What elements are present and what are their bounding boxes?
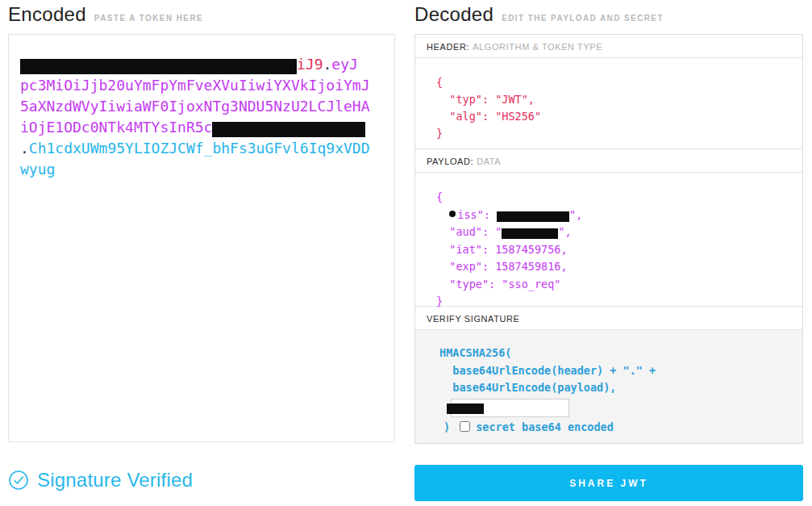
verify-label: VERIFY SIGNATURE — [427, 314, 520, 324]
redaction-bar — [20, 59, 297, 74]
decoded-subtitle: EDIT THE PAYLOAD AND SECRET — [502, 14, 664, 23]
decoded-title: Decoded — [414, 3, 493, 26]
payload-json-editor[interactable]: { iss": ", "aud": "", "iat": 1587459756,… — [415, 173, 802, 307]
signature-formula-close: ) secret base64 encoded — [443, 420, 794, 433]
encoded-title-row: Encoded PASTE A TOKEN HERE — [8, 0, 395, 34]
redaction-bar — [497, 211, 569, 222]
closing-paren: ) — [443, 420, 450, 433]
verify-section-label: VERIFY SIGNATURE — [415, 307, 802, 330]
encoded-column: Encoded PASTE A TOKEN HERE iJ9.eyJpc3MiO… — [8, 0, 395, 501]
redaction-bar — [502, 228, 558, 239]
signature-status: Signature Verified — [8, 469, 395, 491]
jwt-debugger: Encoded PASTE A TOKEN HERE iJ9.eyJpc3MiO… — [0, 0, 812, 501]
encoded-title: Encoded — [8, 3, 86, 26]
signature-status-text: Signature Verified — [37, 469, 193, 491]
check-circle-icon — [8, 470, 29, 491]
payload-sublabel: DATA — [477, 157, 501, 166]
redaction-bar — [447, 404, 484, 414]
header-label: HEADER: — [427, 42, 469, 52]
decoded-panel: HEADER:ALGORITHM & TOKEN TYPE { "typ": "… — [414, 34, 803, 444]
encoded-token-editor[interactable]: iJ9.eyJpc3MiOiJjb20uYmFpYmFveXVuIiwiYXVk… — [8, 34, 395, 442]
signature-formula: HMACSHA256( base64UrlEncode(header) + ".… — [439, 345, 794, 397]
secret-base64-label[interactable]: secret base64 encoded — [476, 420, 614, 433]
payload-label: PAYLOAD: — [427, 157, 473, 166]
secret-input[interactable] — [451, 399, 569, 417]
verify-signature-area: HMACSHA256( base64UrlEncode(header) + ".… — [415, 330, 802, 443]
redaction-bar — [212, 122, 365, 137]
secret-base64-checkbox[interactable] — [460, 421, 470, 432]
redaction-dot — [449, 211, 456, 217]
decoded-title-row: Decoded EDIT THE PAYLOAD AND SECRET — [414, 0, 803, 34]
share-jwt-button[interactable]: SHARE JWT — [414, 465, 803, 501]
encoded-subtitle: PASTE A TOKEN HERE — [94, 14, 203, 23]
header-section-label: HEADER:ALGORITHM & TOKEN TYPE — [415, 35, 802, 58]
header-sublabel: ALGORITHM & TOKEN TYPE — [473, 42, 602, 52]
payload-section-label: PAYLOAD:DATA — [415, 149, 802, 173]
header-json-editor[interactable]: { "typ": "JWT", "alg": "HS256"} — [415, 58, 802, 149]
decoded-column: Decoded EDIT THE PAYLOAD AND SECRET HEAD… — [414, 0, 803, 501]
